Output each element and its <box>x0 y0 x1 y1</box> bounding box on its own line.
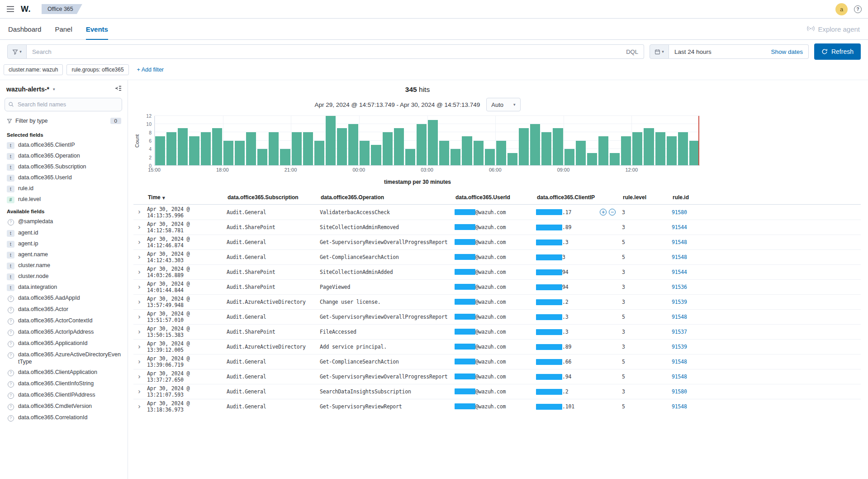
histogram-bar[interactable] <box>201 132 211 165</box>
histogram-bar[interactable] <box>166 132 176 165</box>
rule-id-link[interactable]: 91548 <box>672 403 687 410</box>
histogram-bar[interactable] <box>314 141 324 166</box>
histogram-bar[interactable] <box>485 149 495 165</box>
query-language-button[interactable]: DQL <box>621 48 638 55</box>
collapse-sidebar-button[interactable] <box>115 85 122 93</box>
filter-pill-cluster-name[interactable]: cluster.name: wazuh <box>4 64 63 75</box>
add-filter-button[interactable]: + Add filter <box>137 67 164 73</box>
field-item[interactable]: tdata.office365.ClientIP <box>4 140 123 151</box>
histogram-bar[interactable] <box>439 141 449 166</box>
histogram-bar[interactable] <box>508 153 517 165</box>
histogram-bar[interactable] <box>667 136 677 165</box>
histogram-bar[interactable] <box>269 132 279 165</box>
rule-id-link[interactable]: 91548 <box>672 239 687 245</box>
histogram-bar[interactable] <box>496 141 506 166</box>
help-icon[interactable]: ? <box>854 5 862 13</box>
field-item[interactable]: ?data.office365.CorrelationId <box>4 412 123 424</box>
histogram-bar[interactable] <box>689 141 699 166</box>
histogram-bar[interactable] <box>303 132 313 165</box>
expand-row-icon[interactable]: › <box>133 238 141 246</box>
histogram-bar[interactable] <box>610 153 620 165</box>
histogram-bar[interactable] <box>178 128 188 165</box>
histogram-bar[interactable] <box>519 128 529 165</box>
histogram-bar[interactable] <box>564 149 574 165</box>
saved-query-button[interactable]: ▾ <box>7 44 27 59</box>
histogram-bar[interactable] <box>394 128 404 165</box>
expand-row-icon[interactable]: › <box>133 313 141 321</box>
rule-id-link[interactable]: 91536 <box>672 284 687 290</box>
field-item[interactable]: ?data.office365.CmdletVersion <box>4 401 123 412</box>
field-item[interactable]: tagent.id <box>4 228 123 239</box>
rule-id-link[interactable]: 91537 <box>672 329 687 335</box>
field-item[interactable]: ?data.office365.AadAppId <box>4 293 123 304</box>
histogram-bar[interactable] <box>553 128 563 165</box>
tab-events[interactable]: Events <box>86 19 108 39</box>
histogram-bar[interactable] <box>246 132 256 165</box>
histogram-bar[interactable] <box>462 136 472 165</box>
expand-row-icon[interactable]: › <box>133 253 141 261</box>
histogram-bar[interactable] <box>371 145 381 165</box>
rule-id-link[interactable]: 91548 <box>672 374 687 380</box>
histogram-bar[interactable] <box>337 128 347 165</box>
expand-row-icon[interactable]: › <box>133 402 141 411</box>
histogram-bar[interactable] <box>417 124 427 165</box>
rule-id-link[interactable]: 91580 <box>672 388 687 395</box>
filter-pill-rule-groups[interactable]: rule.groups: office365 <box>66 64 128 75</box>
rule-id-link[interactable]: 91539 <box>672 344 687 350</box>
histogram-bar[interactable] <box>644 128 654 165</box>
column-header-userid[interactable]: data.office365.UserId <box>455 194 536 201</box>
interval-select[interactable]: Auto ▾ <box>486 98 520 111</box>
histogram-bar[interactable] <box>326 116 336 165</box>
field-search-input[interactable] <box>5 98 122 111</box>
field-item[interactable]: #rule.level <box>4 194 123 205</box>
field-item[interactable]: ?data.office365.AzureActiveDirectoryEven… <box>4 350 123 367</box>
column-header-time[interactable]: Time▼ <box>147 194 227 201</box>
histogram-bar[interactable] <box>474 141 484 166</box>
breadcrumb[interactable]: Office 365 <box>42 4 82 14</box>
expand-row-icon[interactable]: › <box>133 388 141 396</box>
histogram-bar[interactable] <box>212 128 222 165</box>
field-item[interactable]: ?data.office365.ClientIPAddress <box>4 390 123 401</box>
date-picker-button[interactable]: ▾ <box>650 44 669 59</box>
field-item[interactable]: ?data.office365.ApplicationId <box>4 338 123 350</box>
rule-id-link[interactable]: 91580 <box>672 209 687 216</box>
column-header-subscription[interactable]: data.office365.Subscription <box>227 194 320 201</box>
field-item[interactable]: tdata.integration <box>4 282 123 293</box>
histogram-bar[interactable] <box>451 149 460 165</box>
histogram-bar[interactable] <box>587 153 597 165</box>
search-input[interactable] <box>32 48 621 55</box>
rule-id-link[interactable]: 91544 <box>672 224 687 230</box>
field-item[interactable]: tdata.office365.Subscription <box>4 162 123 172</box>
field-item[interactable]: ?@sampledata <box>4 216 123 228</box>
histogram-bar[interactable] <box>621 136 631 165</box>
expand-row-icon[interactable]: › <box>133 358 141 366</box>
rule-id-link[interactable]: 91548 <box>672 254 687 260</box>
rule-id-link[interactable]: 91544 <box>672 269 687 275</box>
histogram-bar[interactable] <box>360 141 370 166</box>
refresh-button[interactable]: Refresh <box>814 43 861 60</box>
histogram-bar[interactable] <box>530 124 540 165</box>
filter-by-type-button[interactable]: Filter by type 0 <box>4 116 123 129</box>
histogram-bar[interactable] <box>189 136 199 165</box>
field-item[interactable]: ?data.office365.ClientInfoString <box>4 378 123 390</box>
histogram-bar[interactable] <box>541 132 551 165</box>
field-item[interactable]: tagent.ip <box>4 239 123 249</box>
histogram-bar[interactable] <box>235 141 245 166</box>
expand-row-icon[interactable]: › <box>133 283 141 291</box>
field-item[interactable]: ?data.office365.ActorContextId <box>4 316 123 327</box>
field-item[interactable]: ?data.office365.ActorIpAddress <box>4 327 123 338</box>
histogram-bar[interactable] <box>280 149 290 165</box>
column-header-clientip[interactable]: data.office365.ClientIP <box>536 194 622 201</box>
rule-id-link[interactable]: 91539 <box>672 299 687 305</box>
tab-dashboard[interactable]: Dashboard <box>8 19 41 39</box>
show-dates-button[interactable]: Show dates <box>771 48 803 55</box>
histogram-bar[interactable] <box>348 124 358 165</box>
field-item[interactable]: trule.id <box>4 183 123 194</box>
histogram-bar[interactable] <box>257 149 267 165</box>
explore-agent-button[interactable]: Explore agent <box>807 19 860 39</box>
expand-row-icon[interactable]: › <box>133 298 141 306</box>
rule-id-link[interactable]: 91548 <box>672 359 687 365</box>
expand-row-icon[interactable]: › <box>133 328 141 336</box>
histogram-bar[interactable] <box>223 141 233 166</box>
index-pattern-selector[interactable]: wazuh-alerts-* ▾ <box>6 86 55 93</box>
